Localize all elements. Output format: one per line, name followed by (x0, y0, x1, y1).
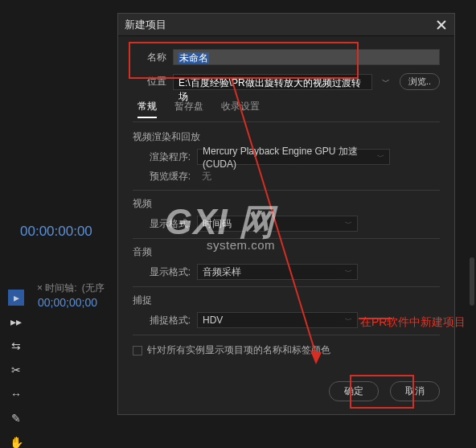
selection-tool-icon[interactable]: ▸ (8, 290, 24, 306)
chevron-down-icon: ﹀ (345, 267, 352, 277)
chevron-down-icon: ﹀ (345, 315, 352, 326)
ripple-edit-tool-icon[interactable]: ⇆ (8, 338, 24, 354)
video-display-format-select[interactable]: 时间码﹀ (197, 216, 358, 232)
chevron-down-icon: ﹀ (377, 152, 384, 162)
show-name-color-checkbox[interactable] (133, 346, 142, 356)
right-scrollbar[interactable] (470, 257, 474, 306)
name-input[interactable]: 未命名 (173, 49, 440, 65)
hand-tool-icon[interactable]: ✋ (8, 434, 24, 448)
track-select-tool-icon[interactable]: ▸▸ (8, 314, 24, 330)
name-label: 名称 (133, 51, 166, 64)
audio-display-format-label: 显示格式: (133, 265, 191, 279)
preview-cache-label: 预览缓存: (133, 170, 191, 183)
location-input[interactable]: E:\百度经验\PR做出旋转放大的视频过渡转场 (173, 74, 372, 90)
tab-ingest[interactable]: 收录设置 (221, 100, 260, 117)
divider (133, 238, 440, 239)
browse-button[interactable]: 浏览.. (400, 73, 440, 90)
tab-underline (133, 121, 440, 122)
divider (133, 190, 440, 191)
new-project-dialog: 新建项目 名称 未命名 位置 E:\百度经验\PR做出旋转放大的视频过渡转场 ﹀… (117, 13, 455, 415)
tab-general[interactable]: 常规 (137, 100, 157, 117)
ok-button[interactable]: 确定 (329, 381, 379, 401)
location-dropdown-chevron-icon[interactable]: ﹀ (379, 76, 393, 88)
pen-tool-icon[interactable]: ✎ (8, 410, 24, 426)
dialog-footer: 确定 取消 (118, 370, 454, 414)
section-capture-title: 捕捉 (133, 294, 440, 307)
renderer-label: 渲染程序: (133, 150, 191, 164)
dialog-titlebar: 新建项目 (118, 14, 454, 36)
razor-tool-icon[interactable]: ✂ (8, 362, 24, 378)
video-display-format-label: 显示格式: (133, 217, 191, 231)
capture-format-select[interactable]: HDV﹀ (197, 312, 358, 328)
audio-display-format-select[interactable]: 音频采样﹀ (197, 264, 358, 280)
tools-toolbar: ▸ ▸▸ ⇆ ✂ ↔ ✎ ✋ T (8, 290, 24, 448)
renderer-select[interactable]: Mercury Playback Engine GPU 加速 (CUDA)﹀ (197, 149, 390, 165)
divider (133, 286, 440, 287)
capture-format-label: 捕捉格式: (133, 314, 191, 327)
close-icon[interactable] (435, 18, 448, 31)
timeline-label-text: × 时间轴: (37, 282, 77, 295)
show-name-color-label: 针对所有实例显示项目项的名称和标签颜色 (147, 343, 330, 357)
dialog-tabs: 常规 暂存盘 收录设置 (133, 100, 440, 117)
location-label: 位置 (133, 75, 166, 88)
timeline-panel-label: × 时间轴: (无序 (37, 282, 105, 295)
program-timecode: 00:00:00:00 (20, 224, 92, 240)
cancel-button[interactable]: 取消 (390, 381, 440, 401)
timeline-timecode: 00;00;00;00 (38, 296, 97, 309)
divider (133, 335, 440, 335)
preview-cache-value: 无 (197, 170, 211, 183)
dialog-title: 新建项目 (125, 18, 166, 32)
section-audio-title: 音频 (133, 245, 440, 259)
annotation-text: 在PR软件中新建项目 (360, 315, 466, 330)
timeline-no-seq: (无序 (82, 282, 105, 295)
slip-tool-icon[interactable]: ↔ (8, 386, 24, 402)
chevron-down-icon: ﹀ (345, 219, 352, 229)
tab-scratch-disks[interactable]: 暂存盘 (174, 100, 203, 117)
section-render-title: 视频渲染和回放 (133, 130, 440, 144)
section-video-title: 视频 (133, 197, 440, 211)
